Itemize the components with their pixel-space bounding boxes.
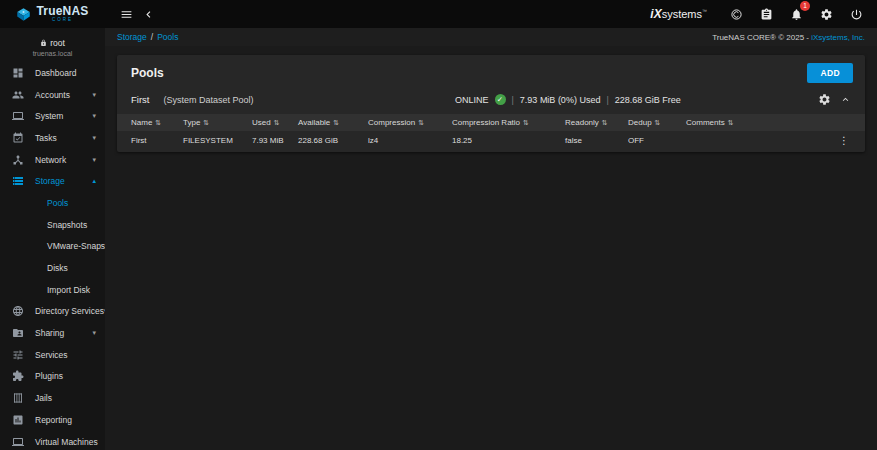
pool-datasets-table: Name⇅ Type⇅ Used⇅ Available⇅ Compression… [117, 114, 865, 152]
sidebar-item-accounts[interactable]: Accounts ▾ [0, 84, 105, 106]
cell-used: 7.93 MiB [252, 136, 298, 145]
col-dedup[interactable]: Dedup⇅ [628, 118, 686, 127]
sidebar-item-system[interactable]: System ▾ [0, 105, 105, 127]
sidebar-item-disks[interactable]: Disks [0, 257, 105, 279]
sort-icon: ⇅ [333, 119, 339, 127]
table-header-row: Name⇅ Type⇅ Used⇅ Available⇅ Compression… [117, 114, 865, 131]
sort-icon: ⇅ [728, 119, 734, 127]
col-available[interactable]: Available⇅ [298, 118, 368, 127]
sidebar-collapse-button[interactable] [137, 3, 159, 25]
storage-icon [12, 175, 24, 187]
jail-icon [12, 392, 24, 404]
status-separator: | [606, 95, 608, 105]
breadcrumb-separator: / [151, 32, 153, 42]
ixsystems-link[interactable]: iXsystems, Inc. [811, 33, 865, 42]
pool-free-text: 228.68 GiB Free [615, 95, 681, 105]
sort-icon: ⇅ [602, 119, 608, 127]
sidebar-item-reporting[interactable]: Reporting [0, 409, 105, 431]
cell-available: 228.68 GiB [298, 136, 368, 145]
brand-edition: CORE [52, 18, 73, 23]
vm-icon [12, 436, 24, 448]
sidebar-item-storage[interactable]: Storage ▴ [0, 170, 105, 192]
col-compression[interactable]: Compression⇅ [368, 118, 452, 127]
dashboard-icon [12, 67, 24, 79]
notifications-button[interactable]: 1 [785, 3, 807, 25]
brand-name: TrueNAS [36, 5, 88, 17]
sidebar-item-services[interactable]: Services [0, 344, 105, 366]
user-host: truenas.local [33, 50, 73, 57]
chevron-left-icon [142, 8, 155, 21]
cell-readonly: false [565, 136, 628, 145]
notification-badge: 1 [800, 1, 810, 11]
status-ok-icon: ✓ [495, 94, 506, 105]
truecommand-icon [730, 8, 743, 21]
sort-icon: ⇅ [274, 119, 280, 127]
chevron-down-icon: ▾ [92, 329, 96, 337]
sort-icon: ⇅ [155, 119, 161, 127]
sidebar-item-dashboard[interactable]: Dashboard [0, 62, 105, 84]
pool-collapse-button[interactable] [840, 94, 851, 105]
col-name[interactable]: Name⇅ [131, 118, 183, 127]
sort-icon: ⇅ [655, 119, 661, 127]
cell-type: FILESYSTEM [183, 136, 252, 145]
chevron-up-icon: ▴ [92, 177, 96, 185]
add-pool-button[interactable]: ADD [807, 63, 853, 83]
cell-name: First [131, 136, 183, 145]
sidebar-item-jails[interactable]: Jails [0, 387, 105, 409]
pool-actions [818, 93, 851, 106]
col-type[interactable]: Type⇅ [183, 118, 252, 127]
sidebar-item-snapshots[interactable]: Snapshots [0, 214, 105, 236]
pool-subtitle: (System Dataset Pool) [163, 95, 253, 105]
sidebar-item-network[interactable]: Network ▾ [0, 149, 105, 171]
ix-logo-rest: systems [662, 8, 702, 20]
truenas-wordmark: TrueNAS CORE [36, 5, 88, 23]
pool-identity: First (System Dataset Pool) [131, 94, 455, 105]
row-menu-button[interactable]: ⋮ [839, 135, 849, 146]
truecommand-button[interactable] [725, 3, 747, 25]
ixsystems-logo[interactable]: iXsystems™ [650, 7, 707, 21]
menu-toggle-button[interactable] [115, 3, 137, 25]
sidebar-item-directory-services[interactable]: Directory Services ▾ [0, 301, 105, 323]
lock-icon [40, 39, 47, 47]
col-compression-ratio[interactable]: Compression Ratio⇅ [452, 118, 565, 127]
puzzle-icon [12, 370, 24, 382]
page-title: Pools [131, 66, 164, 80]
chevron-down-icon: ▾ [104, 307, 105, 315]
jobs-button[interactable] [755, 3, 777, 25]
breadcrumb-storage-link[interactable]: Storage [117, 32, 147, 42]
chevron-down-icon: ▾ [92, 112, 96, 120]
sidebar-user: root truenas.local [0, 28, 105, 62]
col-readonly[interactable]: Readonly⇅ [565, 118, 628, 127]
tune-icon [12, 349, 24, 361]
power-button[interactable] [845, 3, 867, 25]
sort-icon: ⇅ [203, 119, 209, 127]
sidebar-item-pools[interactable]: Pools [0, 192, 105, 214]
col-used[interactable]: Used⇅ [252, 118, 298, 127]
sidebar-item-virtual-machines[interactable]: Virtual Machines [0, 431, 105, 450]
sidebar-item-sharing[interactable]: Sharing ▾ [0, 322, 105, 344]
sidebar-item-import-disk[interactable]: Import Disk [0, 279, 105, 301]
breadcrumb-pools-link[interactable]: Pools [157, 32, 178, 42]
pool-summary-row: First (System Dataset Pool) ONLINE ✓ | 7… [117, 90, 865, 114]
truenas-cube-icon [16, 7, 31, 22]
globe-icon [12, 305, 24, 317]
table-row: First FILESYSTEM 7.93 MiB 228.68 GiB lz4… [117, 131, 865, 149]
pool-name: First [131, 94, 149, 105]
sort-icon: ⇅ [418, 119, 424, 127]
col-comments[interactable]: Comments⇅ [686, 118, 827, 127]
pool-settings-button[interactable] [818, 93, 831, 106]
cell-compression-ratio: 18.25 [452, 136, 565, 145]
sidebar-item-tasks[interactable]: Tasks ▾ [0, 127, 105, 149]
hamburger-icon [120, 8, 133, 21]
sidebar-item-plugins[interactable]: Plugins [0, 366, 105, 388]
sidebar-item-vmware-snapshots[interactable]: VMware-Snapshots [0, 236, 105, 258]
user-name-text: root [50, 38, 65, 48]
truenas-logo[interactable]: TrueNAS CORE [0, 5, 105, 23]
content: Pools ADD First (System Dataset Pool) ON… [105, 46, 877, 152]
network-icon [12, 154, 24, 166]
settings-button[interactable] [815, 3, 837, 25]
topbar: TrueNAS CORE iXsystems™ 1 [0, 0, 877, 28]
breadcrumb-bar: Storage / Pools TrueNAS CORE® © 2025 - i… [105, 28, 877, 46]
breadcrumb: Storage / Pools [117, 32, 178, 42]
sidebar-nav: Dashboard Accounts ▾ System ▾ Tasks ▾ Ne… [0, 62, 105, 450]
